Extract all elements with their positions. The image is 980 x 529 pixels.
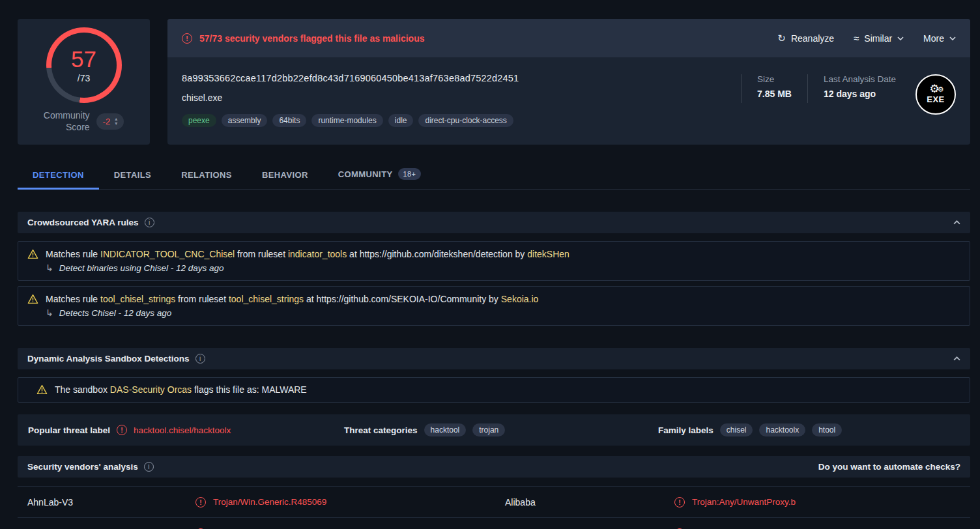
sandbox-detection-text: The sandbox DAS-Security Orcas flags thi…	[55, 383, 307, 396]
collapse-icon[interactable]	[953, 220, 960, 225]
sandbox-section-header[interactable]: Dynamic Analysis Sandbox Detections i	[18, 348, 970, 369]
vote-stepper[interactable]: ▴ ▾	[115, 117, 117, 126]
file-size-block: Size 7.85 MB	[757, 74, 792, 99]
tab-community[interactable]: COMMUNITY 18+	[323, 163, 437, 189]
file-tag[interactable]: direct-cpu-clock-access	[418, 114, 513, 127]
file-size-label: Size	[757, 74, 792, 84]
detection-score: 57 /73	[51, 33, 117, 98]
chevron-down-icon	[949, 36, 956, 40]
info-icon[interactable]: i	[144, 462, 154, 472]
vendor-result: ! Trojan/Win.Generic.R485069	[195, 497, 505, 508]
community-score-badge[interactable]: -2 ▴ ▾	[96, 113, 124, 130]
popular-threat-label-group: Popular threat label ! hacktool.chisel/h…	[28, 425, 344, 435]
top-area: 57 /73 Community Score -2 ▴ ▾ ! 57/73 se…	[0, 0, 980, 145]
popular-threat-label-row: Popular threat label ! hacktool.chisel/h…	[18, 414, 970, 446]
alert-icon: !	[674, 497, 685, 508]
last-analysis-label: Last Analysis Date	[824, 74, 896, 84]
yara-author-link[interactable]: Sekoia.io	[501, 294, 539, 304]
family-label-tag: chisel	[720, 423, 753, 436]
yara-ruleset-link[interactable]: indicator_tools	[288, 249, 347, 259]
yara-section-header[interactable]: Crowdsourced YARA rules i	[18, 212, 970, 233]
yara-section-title: Crowdsourced YARA rules	[27, 218, 139, 227]
yara-rule-description: ↳ Detect binaries using Chisel - 12 days…	[46, 263, 960, 273]
family-labels-title: Family labels	[658, 425, 713, 435]
vendors-section-title: Security vendors' analysis	[27, 462, 138, 472]
community-count-badge: 18+	[398, 168, 422, 180]
sandbox-name-link[interactable]: DAS-Security Orcas	[110, 384, 192, 395]
threat-category-tag: hacktool	[424, 423, 467, 436]
similar-button[interactable]: ≈ Similar	[854, 33, 904, 44]
score-value: 57	[71, 48, 96, 70]
gear-icon: ⚙⚙	[929, 85, 942, 94]
vendor-name: Alibaba	[505, 497, 674, 508]
yara-rule-link[interactable]: INDICATOR_TOOL_CNC_Chisel	[100, 249, 235, 259]
alert-icon: !	[195, 497, 206, 508]
stepper-down-icon[interactable]: ▾	[115, 122, 117, 126]
detection-banner: ! 57/73 security vendors flagged this fi…	[167, 19, 970, 57]
threat-categories-title: Threat categories	[344, 425, 418, 435]
more-button[interactable]: More	[923, 33, 956, 44]
virustotal-detection-page: { "colors": { "accent_red": "#ff5252", "…	[0, 0, 980, 529]
warning-icon	[27, 249, 38, 259]
popular-threat-label-title: Popular threat label	[28, 425, 110, 435]
reanalyze-icon: ↻	[777, 33, 786, 43]
collapse-icon[interactable]	[953, 356, 960, 361]
automate-checks-link[interactable]: Do you want to automate checks?	[818, 462, 960, 472]
yara-match-text: Matches rule INDICATOR_TOOL_CNC_Chisel f…	[46, 248, 569, 261]
reanalyze-button[interactable]: ↻ Reanalyze	[777, 33, 834, 44]
file-name: chisel.exe	[182, 93, 741, 103]
last-analysis-block: Last Analysis Date 12 days ago	[824, 74, 896, 99]
warning-icon	[36, 384, 48, 395]
threat-category-tag: trojan	[472, 423, 505, 436]
tab-details[interactable]: DETAILS	[99, 165, 166, 189]
branch-arrow-icon: ↳	[46, 307, 53, 318]
file-tag[interactable]: 64bits	[272, 114, 306, 127]
detection-content: Crowdsourced YARA rules i Matches rule I…	[0, 212, 980, 529]
threat-label-value[interactable]: hacktool.chisel/hacktoolx	[134, 425, 231, 435]
detection-score-donut: 57 /73	[46, 27, 122, 103]
table-row: AhnLab-V3 ! Trojan/Win.Generic.R485069 A…	[18, 487, 970, 518]
file-tag[interactable]: runtime-modules	[311, 114, 382, 127]
file-tag[interactable]: idle	[388, 114, 414, 127]
tab-relations[interactable]: RELATIONS	[166, 165, 247, 189]
yara-author-link[interactable]: ditekSHen	[527, 249, 569, 259]
yara-match-text: Matches rule tool_chisel_strings from ru…	[46, 293, 538, 306]
tab-bar: DETECTION DETAILS RELATIONS BEHAVIOR COM…	[18, 163, 970, 190]
file-hash: 8a99353662ccae117d2bb22efd8c43d716906045…	[182, 73, 741, 83]
vendor-result: ! Trojan:Any/UnwantProxy.b	[674, 497, 970, 508]
yara-rule-link[interactable]: tool_chisel_strings	[100, 294, 175, 304]
info-icon[interactable]: i	[195, 354, 205, 364]
file-identity: 8a99353662ccae117d2bb22efd8c43d716906045…	[182, 73, 741, 145]
family-label-tag: htool	[812, 423, 842, 436]
community-score-value: -2	[103, 117, 111, 126]
divider	[741, 74, 742, 103]
score-total: /73	[78, 73, 90, 83]
yara-match-item: Matches rule tool_chisel_strings from ru…	[18, 286, 970, 326]
vendors-section-header: Security vendors' analysis i Do you want…	[18, 456, 970, 478]
yara-match-item: Matches rule INDICATOR_TOOL_CNC_Chisel f…	[18, 241, 970, 281]
file-meta: Size 7.85 MB Last Analysis Date 12 days …	[741, 73, 956, 145]
community-score-label: Community Score	[44, 110, 90, 133]
file-info: 8a99353662ccae117d2bb22efd8c43d716906045…	[167, 57, 970, 145]
sandbox-section-title: Dynamic Analysis Sandbox Detections	[27, 354, 190, 364]
file-header-card: ! 57/73 security vendors flagged this fi…	[167, 19, 970, 145]
info-icon[interactable]: i	[145, 218, 154, 227]
file-tag[interactable]: peexe	[182, 114, 216, 127]
tab-behavior[interactable]: BEHAVIOR	[247, 165, 323, 189]
table-row: AliCloud ! Hacktool:Multi/Win64_HackTool…	[18, 518, 970, 529]
yara-ruleset-link[interactable]: tool_chisel_strings	[229, 294, 304, 304]
similar-icon: ≈	[854, 33, 859, 43]
file-tags: peexe assembly 64bits runtime-modules id…	[182, 114, 741, 127]
alert-icon: !	[117, 425, 127, 435]
chevron-down-icon	[897, 36, 904, 40]
vendor-name: AhnLab-V3	[27, 497, 195, 508]
banner-actions: ↻ Reanalyze ≈ Similar More	[777, 33, 956, 44]
threat-categories-group: Threat categories hacktool trojan	[344, 423, 658, 436]
file-tag[interactable]: assembly	[222, 114, 268, 127]
community-score-area: Community Score -2 ▴ ▾	[44, 110, 124, 133]
tab-detection[interactable]: DETECTION	[18, 165, 99, 189]
branch-arrow-icon: ↳	[46, 263, 53, 273]
yara-rule-description: ↳ Detects Chisel - 12 days ago	[46, 307, 960, 318]
file-size-value: 7.85 MB	[757, 89, 792, 99]
warning-icon	[27, 294, 38, 304]
